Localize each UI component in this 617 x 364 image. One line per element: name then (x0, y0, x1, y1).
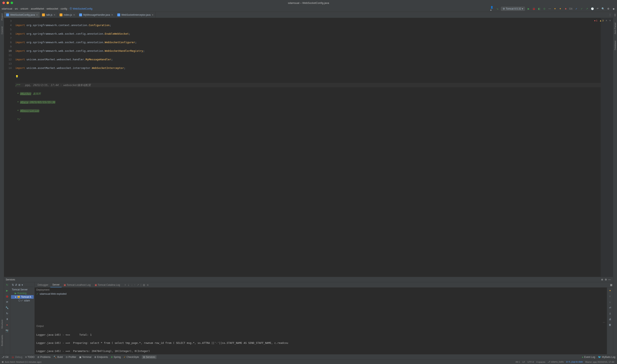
tree-running[interactable]: ▶ Running (11, 291, 34, 295)
scroll-end-icon[interactable]: ⤓ (608, 312, 612, 315)
gear-icon[interactable]: ⚙ (604, 278, 608, 281)
scroll-icon[interactable]: ⤓ (127, 284, 130, 286)
code-editor[interactable]: ● 1 ▲ 3 ∧ ∨ 34567891011121314 import org… (4, 18, 613, 277)
spring-tool[interactable]: ❀Spring (111, 356, 121, 359)
tab-mymessagehandler[interactable]: MyMessageHandler.java× (77, 12, 115, 18)
debug2-icon[interactable]: 🐞 (5, 295, 9, 298)
commit-tool[interactable]: Commit (1, 26, 3, 34)
minimap[interactable] (601, 18, 613, 277)
flame-icon[interactable]: ✦ (553, 7, 557, 11)
services-tool[interactable]: ⊞Services (142, 355, 156, 359)
flame3-icon[interactable]: ✦ (608, 289, 612, 292)
line-separator[interactable]: LF (521, 361, 526, 363)
database-tool[interactable]: Database (614, 40, 617, 50)
error-indicator[interactable]: ● 1 (594, 19, 597, 22)
arrow-icon[interactable]: ↓ (131, 284, 132, 286)
group-icon[interactable]: ⊞ (18, 284, 20, 286)
crumb-config[interactable]: config (61, 7, 67, 10)
git-rollback-icon[interactable]: ↶ (596, 7, 600, 11)
close-icon[interactable]: × (73, 13, 75, 16)
git-commit-icon[interactable]: ✓ (580, 7, 584, 11)
print-icon[interactable]: 🖨 (608, 317, 612, 321)
update-icon[interactable]: ⟳ (5, 300, 9, 304)
camera-icon[interactable]: 📷 (5, 329, 9, 332)
run2-icon[interactable]: ▶ (5, 289, 9, 292)
stop-icon[interactable]: ■ (564, 7, 567, 11)
close-icon[interactable]: × (111, 13, 113, 16)
localhost-log-tab[interactable]: ▣Tomcat Localhost Log (62, 284, 93, 286)
profiler-tool[interactable]: ⊙Profiler (66, 356, 76, 359)
terminal-tool[interactable]: ▣Terminal (79, 356, 91, 359)
stop2-icon[interactable]: ● (5, 323, 9, 327)
crumb-unicom[interactable]: unicom (20, 7, 28, 10)
checkstyle-tool[interactable]: ✓CheckStyle (124, 356, 139, 359)
deployment-artifact[interactable]: ✓sdamsuat:Web exploded (35, 292, 607, 296)
tab-indexjs[interactable]: index.js× (57, 12, 77, 18)
server-tab[interactable]: Server (50, 283, 62, 287)
jetbrains-icon[interactable]: ◆ (612, 7, 615, 11)
hammer-icon[interactable]: ↘ (496, 7, 499, 11)
bookmarks-tool[interactable]: Bookmarks (1, 335, 3, 346)
layout2-icon[interactable]: ≣ (147, 284, 149, 286)
todo-tool[interactable]: ≡TODO (25, 356, 34, 359)
intention-bulb-icon[interactable]: 💡 (15, 75, 19, 78)
search-icon[interactable]: 🔍 (601, 7, 605, 11)
collapse-all-icon[interactable]: ⇵ (15, 284, 17, 286)
scroll-up-icon[interactable]: ↑ (608, 295, 612, 298)
filter-icon[interactable]: ▾ (22, 284, 23, 286)
wrap-icon[interactable]: ≡ (124, 284, 126, 286)
refresh-icon[interactable]: ↻ (5, 312, 9, 315)
caret-position[interactable]: 89:1 (514, 361, 521, 363)
attach-icon[interactable]: ⋯ (548, 7, 551, 11)
debug-icon[interactable]: 🐞 (532, 7, 535, 11)
run-config-selector[interactable]: ⚙Tomcat 8.5.32▾ (501, 7, 525, 11)
json-parser-tool[interactable]: Json Parser (614, 22, 617, 34)
tools-icon[interactable]: 🔧 (5, 306, 9, 310)
indent[interactable]: 4 spaces (535, 361, 546, 363)
soft-wrap-icon[interactable]: ⏎ (608, 306, 612, 310)
window-minimize-button[interactable] (7, 2, 9, 4)
up-icon[interactable]: ↑ (134, 284, 135, 286)
settings-icon[interactable]: ⚙ (606, 7, 610, 11)
mybatis-tool[interactable]: 🐦MyBatis Log (598, 356, 615, 359)
pause-icon[interactable]: ⏸ (5, 317, 9, 321)
eventlog-tool[interactable]: ●Event Log (582, 356, 595, 359)
clear-icon[interactable]: 🗑 (608, 323, 612, 327)
json-parser-icon[interactable]: {} (614, 13, 616, 16)
git-tool[interactable]: ⎇Git (2, 356, 8, 359)
user-icon[interactable]: 👤▾ (490, 7, 494, 11)
more-icon[interactable]: ⋯ (603, 321, 607, 324)
close-icon[interactable]: × (54, 13, 55, 16)
profile-icon[interactable]: ⊙ (543, 7, 546, 11)
git-status[interactable]: ⊘ 4 △/up-to-date (565, 361, 584, 363)
crumb-class[interactable]: WebSocketConfig (73, 7, 92, 10)
crumb-websocket[interactable]: websocket (46, 7, 58, 10)
crumb-assetmarket[interactable]: assetMarket (31, 7, 44, 10)
git-history-icon[interactable]: 🕐 (590, 7, 594, 11)
build-tool[interactable]: 🔨Build (54, 356, 63, 359)
close-icon[interactable]: × (36, 13, 38, 16)
tab-websocketinterceptor[interactable]: WebSocketInterceptor.java× (115, 12, 156, 18)
window-close-button[interactable] (2, 2, 5, 4)
blame-info[interactable]: Blame: pgq 2023/2/15, 17:44 (584, 361, 615, 363)
code-content[interactable]: import org.springframework.context.annot… (15, 18, 601, 277)
tab-talkjs[interactable]: talk.js× (40, 12, 57, 18)
project-tool[interactable]: Project (1, 13, 3, 20)
layout-settings-icon[interactable]: ▦ (609, 283, 613, 287)
git-branch[interactable]: ⎇ sdams_kaifa (546, 361, 565, 363)
expand-all-icon[interactable]: ⇅ (12, 284, 14, 286)
endpoints-tool[interactable]: ⊕Endpoints (94, 356, 108, 359)
tabs-menu-icon[interactable]: ⋮ (607, 13, 613, 16)
encoding[interactable]: UTF-8 (526, 361, 535, 363)
structure-tool[interactable]: Structure (1, 320, 3, 329)
tree-tomcat[interactable]: ∨ 🐱 Tomcat 8. (11, 295, 34, 299)
rerun-icon[interactable]: ↻ (5, 283, 9, 287)
debug-tool[interactable]: 🐞Debug (11, 356, 22, 359)
crumb-src[interactable]: src (15, 7, 18, 10)
status-icon[interactable]: ▣ (2, 361, 4, 363)
hide-icon[interactable]: — (608, 278, 611, 281)
git-push-icon[interactable]: ↗ (585, 7, 589, 11)
catalina-log-tab[interactable]: ▣Tomcat Catalina Log (93, 284, 122, 286)
crumb-project[interactable]: sdamsuat (2, 7, 12, 10)
nav-down-icon[interactable]: ∨ (609, 19, 611, 22)
